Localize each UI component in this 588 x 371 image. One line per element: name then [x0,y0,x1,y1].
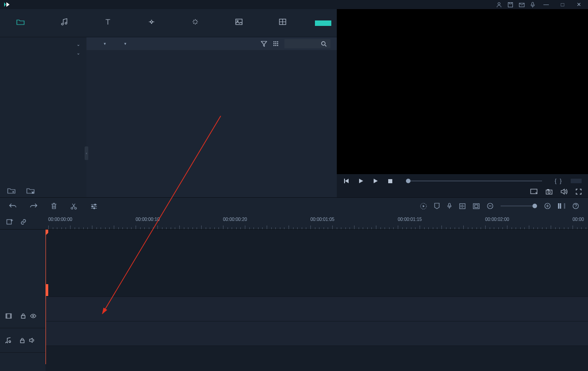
svg-point-10 [275,41,277,43]
ruler-label: 00:00:00:20 [223,217,247,222]
svg-point-15 [274,45,275,46]
svg-rect-4 [532,2,534,5]
preview-timecode [571,179,582,183]
filter-icon[interactable] [261,40,267,47]
search-icon[interactable] [321,41,327,47]
svg-rect-30 [449,203,451,206]
transition-icon [147,17,156,26]
quality-icon[interactable] [530,189,537,195]
speaker-icon[interactable] [29,338,35,343]
media-sidebar: ⌄ ⌄ ‹ x [0,37,86,197]
fullscreen-icon[interactable] [576,189,582,195]
folder-icon [16,17,25,26]
zoom-slider[interactable] [501,206,537,206]
svg-point-22 [548,191,550,193]
zoom-out-button[interactable] [487,203,493,209]
prev-frame-button[interactable] [343,178,350,184]
svg-text:x: x [32,191,34,194]
close-button[interactable]: ✕ [573,1,584,8]
ruler-label: 00:00:01:05 [310,217,335,222]
track-empty[interactable] [46,230,588,297]
sidebar-collapse-handle[interactable]: ‹ [85,146,88,160]
timeline-gutter [0,214,46,371]
export-button[interactable] [315,20,331,26]
tree-project-media[interactable]: ⌄ [5,41,82,48]
svg-point-17 [277,45,279,46]
zoom-in-button[interactable] [544,203,551,209]
svg-rect-33 [475,205,478,207]
preview-controls: { } [337,174,588,197]
delete-button[interactable] [51,203,57,210]
timeline-ruler[interactable]: 00:00:00:0000:00:00:1000:00:00:2000:00:0… [46,214,588,230]
search-box[interactable] [284,39,330,48]
timeline-tracks[interactable]: 00:00:00:0000:00:00:1000:00:00:2000:00:0… [46,214,588,371]
import-button[interactable]: ▾ [93,41,106,46]
svg-rect-1 [508,2,513,7]
search-input[interactable] [288,40,317,47]
track-audio-1[interactable] [46,321,588,346]
new-folder-icon[interactable] [7,187,15,194]
volume-icon[interactable] [561,189,568,195]
delete-folder-icon[interactable]: x [26,187,35,194]
add-track-icon[interactable] [6,219,14,225]
split-button[interactable] [71,203,77,210]
mark-in-out-icon[interactable]: { } [555,178,563,184]
tab-audio[interactable] [46,17,82,29]
tab-media[interactable] [3,17,38,29]
zoom-fit-button[interactable] [558,203,565,209]
render-button[interactable] [420,203,427,210]
video-track-header[interactable] [0,304,46,328]
tab-transition[interactable] [134,17,169,29]
ruler-label: 00:00:02:00 [485,217,509,222]
user-icon[interactable] [496,2,502,8]
preview-viewport[interactable] [337,9,588,174]
svg-rect-42 [21,316,25,318]
tab-elements[interactable] [221,17,257,29]
svg-point-25 [75,207,76,209]
record-button[interactable]: ▾ [113,41,127,46]
preview-panel: { } [337,9,588,197]
help-icon[interactable] [573,203,579,209]
media-thumbnails [86,50,337,60]
tab-titles[interactable] [90,17,126,29]
adjust-button[interactable] [91,203,97,209]
stop-button[interactable] [387,178,393,184]
track-video-1[interactable] [46,297,588,321]
play-forward-button[interactable] [372,178,379,184]
redo-button[interactable] [30,203,37,209]
ruler-label: 00:00:01:15 [398,217,422,222]
eye-icon[interactable] [30,314,36,318]
tab-effects[interactable] [177,17,213,29]
tree-sample-video[interactable] [5,60,82,62]
lock-icon[interactable] [20,338,25,343]
audio-mixer-icon[interactable] [459,203,466,209]
maximize-button[interactable]: □ [557,1,568,8]
undo-button[interactable] [9,203,16,209]
lock-icon[interactable] [21,313,25,319]
app-logo [4,1,12,8]
svg-point-43 [33,315,34,316]
snapshot-icon[interactable] [546,189,553,195]
grid-view-icon[interactable] [273,40,279,47]
preview-scrub-slider[interactable] [406,180,542,181]
upper-pane: ⌄ ⌄ ‹ x ▾ ▾ [0,9,588,197]
svg-point-13 [275,43,277,45]
caret-down-icon: ▾ [124,41,127,46]
crop-icon[interactable] [473,203,480,209]
link-icon[interactable] [20,219,27,225]
svg-point-16 [275,45,277,46]
tree-shared-media[interactable]: ⌄ [5,50,82,56]
save-icon[interactable] [507,2,513,8]
mail-icon[interactable] [519,2,525,8]
tab-splitscreen[interactable] [265,17,300,29]
minimize-button[interactable]: — [541,1,552,8]
media-area: ▾ ▾ [86,37,337,197]
svg-rect-38 [564,203,565,209]
marker-icon[interactable] [434,203,440,209]
gutter-top [0,214,46,230]
audio-track-header[interactable] [0,328,46,353]
mic-icon[interactable] [530,2,535,8]
play-button[interactable] [358,178,364,184]
playhead[interactable] [46,230,46,364]
voiceover-icon[interactable] [447,203,452,210]
